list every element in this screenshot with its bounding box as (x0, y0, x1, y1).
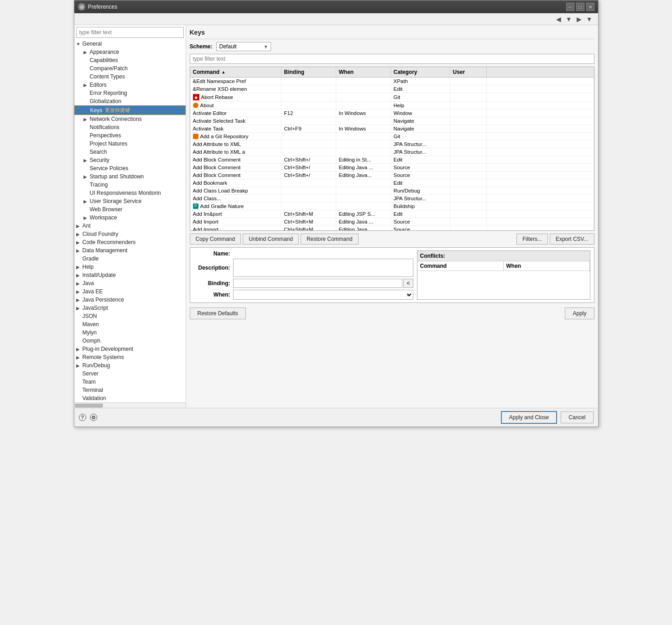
sidebar-item-security[interactable]: ▶ Security (74, 156, 186, 164)
copy-command-button[interactable]: Copy Command (190, 234, 241, 245)
sidebar-item-oomph[interactable]: Oomph (74, 337, 186, 345)
sidebar-item-web-browser[interactable]: Web Browser (74, 205, 186, 214)
col-when[interactable]: When (336, 67, 391, 77)
restore-command-button[interactable]: Restore Command (301, 234, 359, 245)
table-row[interactable]: Add a Git Repository Git (190, 133, 594, 141)
bottom-left-panel: Name: Description: Binding: < (194, 250, 413, 300)
sidebar-item-ant[interactable]: ▶ Ant (74, 222, 186, 230)
table-row[interactable]: Add Import Ctrl+Shift+M Editing Java ...… (190, 218, 594, 226)
sidebar-item-service-policies[interactable]: Service Policies (74, 164, 186, 172)
sidebar-item-install-update[interactable]: ▶ Install/Update (74, 271, 186, 279)
maximize-button[interactable]: □ (576, 3, 584, 11)
sidebar-item-mylyn[interactable]: Mylyn (74, 328, 186, 337)
sidebar-item-server[interactable]: Server (74, 370, 186, 378)
sidebar-item-general[interactable]: ▼ General (74, 40, 186, 48)
sidebar-item-startup-shutdown[interactable]: ▶ Startup and Shutdown (74, 172, 186, 181)
sidebar-item-network-connections[interactable]: ▶ Network Connections (74, 115, 186, 123)
sidebar-item-terminal[interactable]: Terminal (74, 386, 186, 394)
sidebar-item-remote-systems[interactable]: ▶ Remote Systems (74, 353, 186, 361)
minimize-button[interactable]: ─ (566, 3, 574, 11)
sidebar-item-ui-responsiveness[interactable]: UI Responsiveness Monitorin (74, 189, 186, 197)
binding-arrow-button[interactable]: < (403, 279, 413, 288)
sidebar-item-plugin-development[interactable]: ▶ Plug-in Development (74, 345, 186, 353)
sidebar-item-javascript[interactable]: ▶ JavaScript (74, 304, 186, 312)
sidebar-item-maven[interactable]: Maven (74, 320, 186, 328)
sidebar-item-java-ee[interactable]: ▶ Java EE (74, 287, 186, 296)
table-row[interactable]: Add Import Ctrl+Shift+M Editing Java... … (190, 226, 594, 230)
sidebar-item-keys[interactable]: Keys 更改快捷键 (74, 105, 186, 115)
cell-binding: Ctrl+Shift+/ (281, 172, 336, 179)
sidebar-item-project-natures[interactable]: Project Natures (74, 140, 186, 148)
table-row[interactable]: Add Class Load Breakp Run/Debug (190, 187, 594, 195)
description-input[interactable] (233, 259, 413, 277)
table-row[interactable]: Add Block Comment Ctrl+Shift+/ Editing J… (190, 164, 594, 172)
sidebar-item-tracing[interactable]: Tracing (74, 181, 186, 189)
table-row[interactable]: &Edit Namespace Pref XPath (190, 78, 594, 85)
table-row[interactable]: Add Block Comment Ctrl+Shift+/ Editing i… (190, 156, 594, 164)
unbind-command-button[interactable]: Unbind Command (243, 234, 299, 245)
table-row[interactable]: Activate Task Ctrl+F9 In Windows Navigat… (190, 125, 594, 133)
table-row[interactable]: Add Im&port Ctrl+Shift+M Editing JSP S..… (190, 210, 594, 218)
when-select-wrapper[interactable]: ▼ (233, 290, 413, 300)
sidebar-item-json[interactable]: JSON (74, 312, 186, 320)
sidebar-item-data-management[interactable]: ▶ Data Management (74, 246, 186, 255)
back-dropdown-button[interactable]: ▼ (564, 15, 574, 24)
sidebar-item-search[interactable]: Search (74, 148, 186, 156)
sidebar-item-java[interactable]: ▶ Java (74, 279, 186, 287)
cancel-button[interactable]: Cancel (561, 411, 593, 423)
sidebar-item-perspectives[interactable]: Perspectives (74, 131, 186, 140)
close-button[interactable]: ✕ (586, 3, 594, 11)
table-row[interactable]: G Add Gradle Nature Buildship (190, 203, 594, 210)
sidebar-item-validation[interactable]: Validation (74, 394, 186, 402)
table-row[interactable]: &Rename XSD elemen Edit (190, 85, 594, 93)
table-row[interactable]: Activate Editor F12 In Windows Window (190, 109, 594, 117)
col-command[interactable]: Command ▲ (190, 67, 281, 77)
table-row[interactable]: Add Block Comment Ctrl+Shift+/ Editing J… (190, 172, 594, 179)
help-icon[interactable]: ? (79, 414, 86, 421)
table-row[interactable]: Add Bookmark Edit (190, 179, 594, 187)
table-row[interactable]: Add Attribute to XML JPA Structur... (190, 141, 594, 148)
col-binding[interactable]: Binding (281, 67, 336, 77)
sidebar-item-run-debug[interactable]: ▶ Run/Debug (74, 361, 186, 370)
sidebar-item-capabilities[interactable]: Capabilities (74, 56, 186, 64)
sidebar-scrollbar-h[interactable] (74, 402, 186, 408)
sidebar-item-gradle[interactable]: Gradle (74, 255, 186, 263)
sidebar-item-java-persistence[interactable]: ▶ Java Persistence (74, 296, 186, 304)
sidebar-item-globalization[interactable]: Globalization (74, 97, 186, 105)
table-row[interactable]: Activate Selected Task Navigate (190, 117, 594, 125)
config-icon[interactable]: ⚙ (90, 414, 97, 421)
col-category[interactable]: Category (391, 67, 450, 77)
apply-and-close-button[interactable]: Apply and Close (501, 411, 557, 424)
table-row[interactable]: About Help (190, 102, 594, 109)
export-csv-button[interactable]: Export CSV... (550, 234, 594, 245)
sidebar-item-appearance[interactable]: ▶ Appearance (74, 48, 186, 56)
sidebar-item-error-reporting[interactable]: Error Reporting (74, 89, 186, 97)
sidebar-item-help[interactable]: ▶ Help (74, 263, 186, 271)
sidebar-item-team[interactable]: Team (74, 378, 186, 386)
scheme-select-wrapper[interactable]: Default ▼ (216, 42, 271, 51)
sidebar-item-compare-patch[interactable]: Compare/Patch (74, 64, 186, 73)
restore-defaults-button[interactable]: Restore Defaults (190, 307, 246, 319)
sidebar-filter-input[interactable] (76, 27, 184, 38)
when-select[interactable] (233, 290, 413, 300)
scheme-select[interactable]: Default (216, 42, 271, 51)
binding-input[interactable] (233, 279, 403, 288)
table-row[interactable]: Add Attribute to XML a JPA Structur... (190, 148, 594, 156)
table-row[interactable]: Add Class... JPA Structur... (190, 195, 594, 203)
filters-button[interactable]: Filters... (516, 234, 548, 245)
table-filter-input[interactable] (190, 54, 594, 64)
sidebar-item-code-recommenders[interactable]: ▶ Code Recommenders (74, 238, 186, 246)
apply-button[interactable]: Apply (565, 307, 594, 319)
col-user[interactable]: User (450, 67, 487, 77)
scrollbar-thumb-h[interactable] (75, 404, 103, 407)
sidebar-item-content-types[interactable]: Content Types (74, 73, 186, 81)
forward-button[interactable]: ▶ (575, 15, 583, 24)
sidebar-item-editors[interactable]: ▶ Editors (74, 81, 186, 89)
sidebar-item-user-storage[interactable]: ▶ User Storage Service (74, 197, 186, 205)
sidebar-item-cloud-foundry[interactable]: ▶ Cloud Foundry (74, 230, 186, 238)
table-row[interactable]: ■ Abort Rebase Git (190, 93, 594, 102)
sidebar-item-workspace[interactable]: ▶ Workspace (74, 214, 186, 222)
back-button[interactable]: ◀ (554, 15, 563, 24)
sidebar-item-notifications[interactable]: Notifications (74, 123, 186, 131)
forward-dropdown-button[interactable]: ▼ (584, 15, 594, 24)
